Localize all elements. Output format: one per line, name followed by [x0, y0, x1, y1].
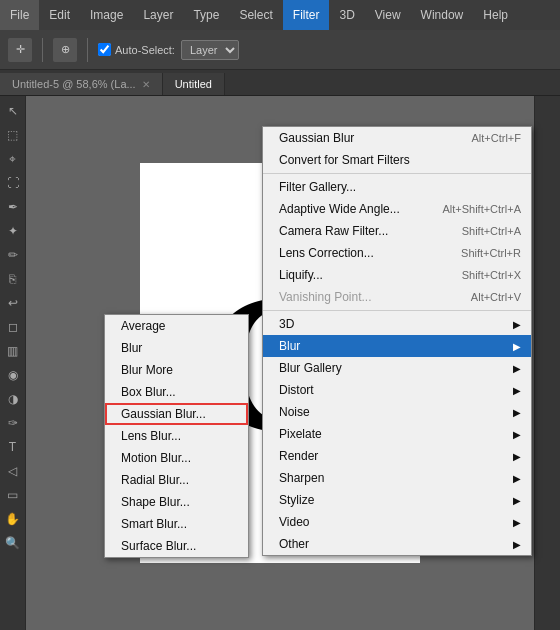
filter-vanishing-point[interactable]: Vanishing Point... Alt+Ctrl+V	[263, 286, 531, 308]
menu-view[interactable]: View	[365, 0, 411, 30]
filter-stylize-arrow: ▶	[513, 495, 521, 506]
blur-shape[interactable]: Shape Blur...	[105, 491, 248, 513]
gradient-tool-icon[interactable]: ▥	[2, 340, 24, 362]
hand-tool-icon[interactable]: ✋	[2, 508, 24, 530]
menu-layer[interactable]: Layer	[133, 0, 183, 30]
filter-gaussian-blur-label: Gaussian Blur	[279, 131, 354, 145]
filter-convert-smart[interactable]: Convert for Smart Filters	[263, 149, 531, 171]
filter-blur[interactable]: Blur ▶	[263, 335, 531, 357]
tabs-bar: Untitled-5 @ 58,6% (La... ✕ Untitled	[0, 70, 560, 96]
filter-adaptive-wide-shortcut: Alt+Shift+Ctrl+A	[442, 203, 521, 215]
blur-radial[interactable]: Radial Blur...	[105, 469, 248, 491]
select-tool-icon[interactable]: ⬚	[2, 124, 24, 146]
lasso-tool-icon[interactable]: ⌖	[2, 148, 24, 170]
filter-render[interactable]: Render ▶	[263, 445, 531, 467]
pen-tool-icon[interactable]: ✑	[2, 412, 24, 434]
filter-noise-label: Noise	[279, 405, 310, 419]
filter-liquify-label: Liquify...	[279, 268, 323, 282]
filter-liquify[interactable]: Liquify... Shift+Ctrl+X	[263, 264, 531, 286]
toolbar-separator-1	[42, 38, 43, 62]
filter-pixelate-arrow: ▶	[513, 429, 521, 440]
filter-render-arrow: ▶	[513, 451, 521, 462]
layer-select[interactable]: Layer	[181, 40, 239, 60]
tab-label-untitled5: Untitled-5 @ 58,6% (La...	[12, 78, 136, 90]
tab-close-untitled5[interactable]: ✕	[142, 79, 150, 90]
menu-edit[interactable]: Edit	[39, 0, 80, 30]
blur-smart[interactable]: Smart Blur...	[105, 513, 248, 535]
filter-convert-smart-label: Convert for Smart Filters	[279, 153, 410, 167]
main-area: ↖ ⬚ ⌖ ⛶ ✒ ✦ ✏ ⎘ ↩ ◻ ▥ ◉ ◑ ✑ T ◁ ▭ ✋ 🔍 G …	[0, 96, 560, 630]
filter-gaussian-blur[interactable]: Gaussian Blur Alt+Ctrl+F	[263, 127, 531, 149]
filter-camera-raw-shortcut: Shift+Ctrl+A	[462, 225, 521, 237]
filter-blur-arrow: ▶	[513, 341, 521, 352]
blur-avg[interactable]: Average	[105, 315, 248, 337]
auto-select-checkbox[interactable]: Auto-Select:	[98, 43, 175, 56]
toolbar-move-icon[interactable]: ✛	[8, 38, 32, 62]
crop-tool-icon[interactable]: ⛶	[2, 172, 24, 194]
path-tool-icon[interactable]: ◁	[2, 460, 24, 482]
blur-tool-icon[interactable]: ◉	[2, 364, 24, 386]
blur-box[interactable]: Box Blur...	[105, 381, 248, 403]
eyedropper-tool-icon[interactable]: ✒	[2, 196, 24, 218]
menu-window[interactable]: Window	[411, 0, 474, 30]
zoom-tool-icon[interactable]: 🔍	[2, 532, 24, 554]
filter-stylize-label: Stylize	[279, 493, 314, 507]
filter-pixelate-label: Pixelate	[279, 427, 322, 441]
toolbar-align-icon[interactable]: ⊕	[53, 38, 77, 62]
tab-untitled-5[interactable]: Untitled-5 @ 58,6% (La... ✕	[0, 73, 163, 95]
filter-distort[interactable]: Distort ▶	[263, 379, 531, 401]
filter-3d-arrow: ▶	[513, 319, 521, 330]
eraser-tool-icon[interactable]: ◻	[2, 316, 24, 338]
filter-video[interactable]: Video ▶	[263, 511, 531, 533]
filter-3d[interactable]: 3D ▶	[263, 313, 531, 335]
filter-gallery[interactable]: Filter Gallery...	[263, 176, 531, 198]
menu-3d[interactable]: 3D	[329, 0, 364, 30]
tab-untitled[interactable]: Untitled	[163, 73, 225, 95]
menu-file[interactable]: File	[0, 0, 39, 30]
filter-other[interactable]: Other ▶	[263, 533, 531, 555]
filter-camera-raw-label: Camera Raw Filter...	[279, 224, 388, 238]
filter-pixelate[interactable]: Pixelate ▶	[263, 423, 531, 445]
filter-menu: Gaussian Blur Alt+Ctrl+F Convert for Sma…	[262, 126, 532, 556]
menu-help[interactable]: Help	[473, 0, 518, 30]
dodge-tool-icon[interactable]: ◑	[2, 388, 24, 410]
blur-gaussian[interactable]: Gaussian Blur...	[105, 403, 248, 425]
text-tool-icon[interactable]: T	[2, 436, 24, 458]
blur-blur[interactable]: Blur	[105, 337, 248, 359]
auto-select-check[interactable]	[98, 43, 111, 56]
filter-noise[interactable]: Noise ▶	[263, 401, 531, 423]
filter-vanishing-point-shortcut: Alt+Ctrl+V	[471, 291, 521, 303]
menubar: File Edit Image Layer Type Select Filter…	[0, 0, 560, 30]
brush-tool-icon[interactable]: ✏	[2, 244, 24, 266]
menu-filter[interactable]: Filter	[283, 0, 330, 30]
blur-submenu: Average Blur Blur More Box Blur... Gauss…	[104, 314, 249, 558]
filter-lens-correction[interactable]: Lens Correction... Shift+Ctrl+R	[263, 242, 531, 264]
spot-heal-tool-icon[interactable]: ✦	[2, 220, 24, 242]
blur-surface[interactable]: Surface Blur...	[105, 535, 248, 557]
filter-stylize[interactable]: Stylize ▶	[263, 489, 531, 511]
filter-vanishing-point-label: Vanishing Point...	[279, 290, 372, 304]
filter-adaptive-wide[interactable]: Adaptive Wide Angle... Alt+Shift+Ctrl+A	[263, 198, 531, 220]
right-panel	[534, 96, 560, 630]
menu-image[interactable]: Image	[80, 0, 133, 30]
move-tool-icon[interactable]: ↖	[2, 100, 24, 122]
clone-tool-icon[interactable]: ⎘	[2, 268, 24, 290]
blur-more[interactable]: Blur More	[105, 359, 248, 381]
filter-other-label: Other	[279, 537, 309, 551]
menu-type[interactable]: Type	[183, 0, 229, 30]
filter-camera-raw[interactable]: Camera Raw Filter... Shift+Ctrl+A	[263, 220, 531, 242]
menu-select[interactable]: Select	[229, 0, 282, 30]
filter-video-arrow: ▶	[513, 517, 521, 528]
filter-liquify-shortcut: Shift+Ctrl+X	[462, 269, 521, 281]
history-tool-icon[interactable]: ↩	[2, 292, 24, 314]
filter-sharpen-label: Sharpen	[279, 471, 324, 485]
filter-blur-gallery[interactable]: Blur Gallery ▶	[263, 357, 531, 379]
filter-video-label: Video	[279, 515, 309, 529]
blur-motion[interactable]: Motion Blur...	[105, 447, 248, 469]
filter-lens-correction-shortcut: Shift+Ctrl+R	[461, 247, 521, 259]
blur-lens[interactable]: Lens Blur...	[105, 425, 248, 447]
shape-tool-icon[interactable]: ▭	[2, 484, 24, 506]
toolbar-separator-2	[87, 38, 88, 62]
filter-sharpen[interactable]: Sharpen ▶	[263, 467, 531, 489]
tools-panel: ↖ ⬚ ⌖ ⛶ ✒ ✦ ✏ ⎘ ↩ ◻ ▥ ◉ ◑ ✑ T ◁ ▭ ✋ 🔍	[0, 96, 26, 630]
